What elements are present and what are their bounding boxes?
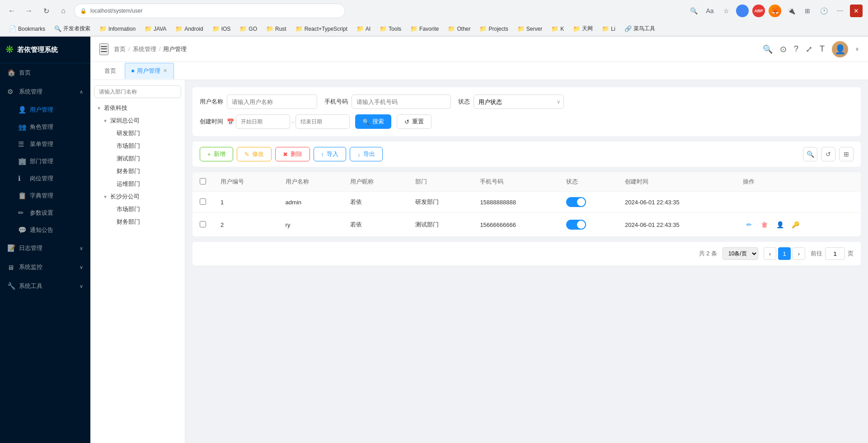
header-avatar[interactable]: 👤 <box>832 41 848 57</box>
sidebar-item-role[interactable]: 👥 角色管理 <box>0 118 90 136</box>
sidebar-item-system[interactable]: ⚙ 系统管理 ∧ <box>0 82 90 101</box>
add-button[interactable]: + 新增 <box>200 147 233 161</box>
next-page-button[interactable]: › <box>793 247 805 260</box>
profile-circle[interactable] <box>736 5 749 17</box>
prev-page-button[interactable]: ‹ <box>764 247 776 260</box>
reset-button[interactable]: ↺ 重置 <box>397 114 432 129</box>
extensions-icon[interactable]: 🔌 <box>785 5 798 17</box>
search-browser-icon[interactable]: 🔍 <box>687 5 700 17</box>
firefox-icon[interactable]: 🦊 <box>769 5 781 17</box>
bookmark-favorite[interactable]: 📁 Favorite <box>407 24 442 33</box>
end-date-input[interactable] <box>296 114 350 129</box>
header-github-icon[interactable]: ⊙ <box>780 44 787 54</box>
close-icon[interactable]: ✕ <box>850 5 863 17</box>
bookmark-react[interactable]: 📁 React+TypeScript <box>292 24 351 33</box>
bookmark-go[interactable]: 📁 GO <box>236 24 261 33</box>
table-columns-icon-btn[interactable]: ⊞ <box>839 147 854 161</box>
start-date-input[interactable] <box>236 114 290 129</box>
bookmark-projects[interactable]: 📁 Projects <box>476 24 511 33</box>
more-icon[interactable]: ⋯ <box>834 5 846 17</box>
sidebar-item-notice[interactable]: 💬 通知公告 <box>0 222 90 239</box>
select-all-checkbox[interactable] <box>200 178 206 184</box>
row-2-checkbox[interactable] <box>200 221 206 227</box>
hamburger-button[interactable]: ☰ <box>99 43 108 55</box>
split-view-icon[interactable]: ⊞ <box>801 5 814 17</box>
status-toggle-2[interactable] <box>566 220 586 230</box>
delete-row-2-button[interactable]: 🗑 <box>758 218 771 231</box>
tree-node-market-cs[interactable]: ▶ 市场部门 <box>107 203 181 216</box>
sidebar-item-dict[interactable]: 📋 字典管理 <box>0 187 90 204</box>
tab-home[interactable]: 首页 <box>98 63 123 79</box>
table-refresh-icon-btn[interactable]: ↺ <box>821 147 835 161</box>
bookmark-dev-search[interactable]: 🔍 开发者搜索 <box>51 24 94 34</box>
bookmark-ios[interactable]: 📁 IOS <box>209 24 235 33</box>
bookmark-rust[interactable]: 📁 Rust <box>263 24 290 33</box>
tree-node-market-sz[interactable]: ▶ 市场部门 <box>107 140 181 152</box>
bookmark-tianwang[interactable]: 📁 天网 <box>569 24 596 34</box>
edit-row-2-button[interactable]: ✏ <box>743 218 755 231</box>
back-button[interactable]: ← <box>5 5 18 17</box>
history-icon[interactable]: 🕐 <box>817 5 830 17</box>
header-dropdown-icon[interactable]: ∨ <box>855 46 859 52</box>
tree-node-shenzhen[interactable]: ▼ 深圳总公司 <box>100 114 181 127</box>
sidebar-item-tools[interactable]: 🔧 系统工具 ∨ <box>0 277 90 296</box>
status-toggle-1[interactable] <box>566 197 586 207</box>
header-fullscreen-icon[interactable]: ⤢ <box>806 44 812 54</box>
bookmark-other[interactable]: 📁 Other <box>444 24 474 33</box>
header-question-icon[interactable]: ? <box>794 44 798 54</box>
tree-node-finance-sz[interactable]: ▶ 财务部门 <box>107 165 181 178</box>
page-1-button[interactable]: 1 <box>778 247 791 260</box>
sidebar-item-params[interactable]: ✏ 参数设置 <box>0 204 90 222</box>
bookmark-information[interactable]: 📁 Information <box>96 24 139 33</box>
breadcrumb-system[interactable]: 系统管理 <box>133 45 156 53</box>
readmode-icon[interactable]: Aa <box>704 5 716 17</box>
dept-search-input[interactable] <box>94 85 181 98</box>
import-button[interactable]: ↑ 导入 <box>314 147 347 161</box>
tree-node-ops[interactable]: ▶ 运维部门 <box>107 178 181 190</box>
refresh-button[interactable]: ↻ <box>40 5 52 17</box>
abp-icon[interactable]: ABP <box>752 5 765 17</box>
home-button[interactable]: ⌂ <box>57 5 70 17</box>
bookmark-li[interactable]: 📁 Li <box>598 24 619 33</box>
roles-row-2-button[interactable]: 👤 <box>774 218 786 231</box>
delete-button[interactable]: ✖ 删除 <box>275 147 310 161</box>
breadcrumb-home[interactable]: 首页 <box>114 45 126 53</box>
bookmark-cainiaotools[interactable]: 🔗 菜鸟工具 <box>621 24 659 34</box>
bookmark-star-icon[interactable]: ☆ <box>720 5 732 17</box>
sidebar-item-log[interactable]: 📝 日志管理 ∨ <box>0 239 90 258</box>
tree-node-rd[interactable]: ▶ 研发部门 <box>107 127 181 140</box>
page-jump-input[interactable] <box>825 247 845 260</box>
header-search-icon[interactable]: 🔍 <box>763 44 773 54</box>
tree-node-changsha[interactable]: ▼ 长沙分公司 <box>100 190 181 203</box>
sidebar-item-monitor[interactable]: 🖥 系统监控 ∨ <box>0 258 90 277</box>
export-button[interactable]: ↓ 导出 <box>350 147 383 161</box>
forward-button[interactable]: → <box>23 5 35 17</box>
tree-node-test[interactable]: ▶ 测试部门 <box>107 152 181 165</box>
edit-button[interactable]: ✎ 修改 <box>237 147 272 161</box>
sidebar-item-home[interactable]: 🏠 首页 <box>0 63 90 82</box>
search-button[interactable]: 🔍 搜索 <box>355 114 391 129</box>
table-search-icon-btn[interactable]: 🔍 <box>803 147 817 161</box>
sidebar-item-menu[interactable]: ☰ 菜单管理 <box>0 136 90 153</box>
reset-row-2-button[interactable]: 🔑 <box>789 218 802 231</box>
username-input[interactable] <box>227 94 317 109</box>
sidebar-item-dept[interactable]: 🏢 部门管理 <box>0 153 90 170</box>
bookmark-tools[interactable]: 📁 Tools <box>376 24 405 33</box>
header-font-icon[interactable]: T <box>820 44 825 54</box>
bookmark-bookmarks[interactable]: 📄 Bookmarks <box>5 24 49 33</box>
bookmark-java[interactable]: 📁 JAVA <box>141 24 170 33</box>
bookmark-server[interactable]: 📁 Server <box>514 24 546 33</box>
page-size-select[interactable]: 10条/页 20条/页 50条/页 <box>723 247 758 260</box>
bookmark-android[interactable]: 📁 Android <box>172 24 206 33</box>
tab-close-icon[interactable]: ✕ <box>163 68 167 74</box>
address-bar[interactable]: 🔒 localhost/system/user <box>74 4 345 18</box>
bookmark-k[interactable]: 📁 K <box>548 24 568 33</box>
bookmark-ai[interactable]: 📁 AI <box>353 24 374 33</box>
sidebar-item-user[interactable]: 👤 用户管理 <box>0 101 90 118</box>
sidebar-item-post[interactable]: ℹ 岗位管理 <box>0 170 90 187</box>
tab-user-management[interactable]: 用户管理 ✕ <box>125 63 174 79</box>
phone-input[interactable] <box>352 94 451 109</box>
tree-node-ruoyi[interactable]: ▼ 若依科技 <box>94 102 181 114</box>
status-select[interactable]: 用户状态 正常 停用 <box>474 94 564 109</box>
row-1-checkbox[interactable] <box>200 198 206 205</box>
